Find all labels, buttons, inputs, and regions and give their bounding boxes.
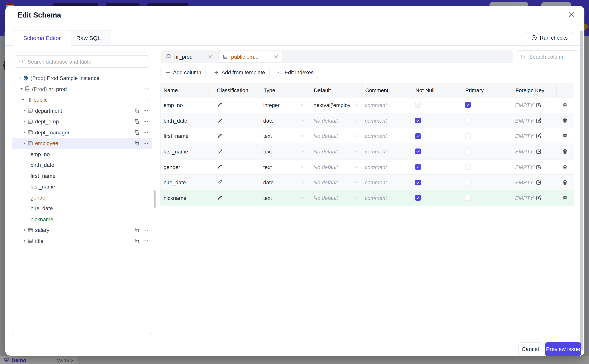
type-select[interactable]: text (259, 190, 309, 205)
caret-right-icon[interactable] (21, 239, 27, 243)
not-null-checkbox[interactable] (415, 118, 421, 123)
pencil-icon[interactable] (217, 195, 223, 201)
tree-item-Prod Sample Instance[interactable]: (Prod)Prod Sample Instance (12, 73, 152, 84)
edit-square-icon[interactable] (535, 164, 542, 170)
type-select[interactable]: text (259, 129, 309, 143)
copy-icon[interactable] (134, 130, 140, 135)
trash-icon[interactable] (562, 102, 568, 108)
default-select[interactable]: No default (309, 144, 362, 159)
tree-item-hire_date[interactable]: hire_date (12, 203, 152, 214)
not-null-checkbox[interactable] (415, 195, 421, 201)
tree-item-hr_prod[interactable]: (Prod)hr_prod (12, 84, 152, 94)
edit-square-icon[interactable] (535, 180, 542, 186)
tree-item-dept_emp[interactable]: dept_emp (12, 116, 152, 127)
not-null-checkbox[interactable] (415, 133, 421, 139)
more-icon[interactable] (143, 238, 149, 244)
comment-input[interactable]: comment (362, 129, 412, 143)
trash-icon[interactable] (562, 164, 568, 170)
comment-input[interactable]: comment (362, 160, 412, 175)
modal-scrollbar-thumb[interactable] (580, 31, 583, 350)
tree-item-nickname[interactable]: nickname (12, 214, 152, 225)
comment-input[interactable]: comment (362, 98, 412, 112)
trash-icon[interactable] (562, 195, 568, 201)
close-icon[interactable] (568, 11, 575, 19)
copy-icon[interactable] (134, 108, 140, 113)
not-null-checkbox[interactable] (415, 180, 421, 185)
caret-right-icon[interactable] (21, 109, 27, 113)
caret-down-icon[interactable] (17, 76, 23, 80)
more-icon[interactable] (143, 130, 149, 135)
more-icon[interactable] (143, 108, 149, 114)
pencil-icon[interactable] (217, 117, 223, 124)
column-name-cell[interactable]: nickname (161, 190, 208, 205)
tree-item-employee[interactable]: employee (12, 138, 152, 149)
pencil-icon[interactable] (217, 164, 223, 170)
tree-item-department[interactable]: department (12, 105, 152, 116)
caret-down-icon[interactable] (18, 87, 24, 91)
pencil-icon[interactable] (217, 149, 223, 155)
tree-item-title[interactable]: title (12, 235, 152, 246)
primary-checkbox[interactable] (465, 102, 471, 108)
tree-item-public[interactable]: public (12, 94, 152, 105)
tree-item-birth_date[interactable]: birth_date (12, 160, 152, 170)
more-icon[interactable] (143, 227, 149, 233)
close-tab-icon[interactable] (208, 54, 213, 59)
edit-square-icon[interactable] (535, 102, 542, 108)
default-select[interactable]: No default (309, 175, 362, 190)
primary-checkbox[interactable] (465, 180, 471, 185)
default-select[interactable]: No default (309, 190, 362, 205)
pencil-icon[interactable] (217, 133, 223, 139)
editor-tab-public.em...[interactable]: public.em... (219, 51, 282, 62)
caret-right-icon[interactable] (21, 120, 27, 124)
caret-right-icon[interactable] (21, 130, 27, 135)
more-icon[interactable] (143, 86, 149, 92)
column-name-cell[interactable]: last_name (161, 144, 208, 159)
add-from-template-button[interactable]: Add from template (209, 67, 270, 78)
type-select[interactable]: date (259, 175, 309, 190)
pencil-icon[interactable] (217, 180, 223, 186)
caret-down-icon[interactable] (21, 141, 27, 145)
more-icon[interactable] (143, 119, 149, 124)
edit-square-icon[interactable] (535, 149, 542, 155)
column-name-cell[interactable]: gender (161, 160, 208, 175)
edit-square-icon[interactable] (535, 195, 542, 201)
tree-item-first_name[interactable]: first_name (12, 170, 152, 181)
default-select[interactable]: No default (309, 113, 362, 128)
comment-input[interactable]: comment (362, 175, 412, 190)
caret-down-icon[interactable] (20, 98, 26, 102)
type-select[interactable]: date (259, 113, 309, 128)
type-select[interactable]: text (259, 160, 309, 175)
primary-checkbox[interactable] (465, 133, 471, 139)
trash-icon[interactable] (562, 180, 568, 186)
close-tab-icon[interactable] (274, 54, 279, 59)
caret-right-icon[interactable] (21, 228, 27, 232)
column-name-cell[interactable]: hire_date (161, 175, 208, 190)
tab-raw-sql[interactable]: Raw SQL (66, 30, 111, 46)
default-select[interactable]: No default (309, 160, 362, 175)
trash-icon[interactable] (562, 149, 568, 155)
primary-checkbox[interactable] (465, 118, 471, 123)
tab-schema-editor[interactable]: Schema Editor (13, 30, 72, 46)
copy-icon[interactable] (134, 228, 140, 233)
tree-item-last_name[interactable]: last_name (12, 181, 152, 192)
default-select[interactable]: nextval('employ (309, 98, 362, 112)
edit-indexes-button[interactable]: Edit indexes (273, 67, 318, 78)
trash-icon[interactable] (562, 133, 568, 139)
copy-icon[interactable] (134, 238, 140, 244)
copy-icon[interactable] (134, 119, 140, 124)
not-null-checkbox[interactable] (415, 164, 421, 170)
panel-resize-handle[interactable] (154, 190, 155, 208)
copy-icon[interactable] (134, 141, 140, 146)
column-search-input[interactable] (528, 53, 575, 60)
comment-input[interactable]: comment (362, 144, 412, 159)
tree-item-salary[interactable]: salary (12, 225, 152, 235)
column-name-cell[interactable]: first_name (161, 129, 208, 143)
tree-item-emp_no[interactable]: emp_no (12, 149, 152, 160)
comment-input[interactable]: comment (362, 113, 412, 128)
more-icon[interactable] (143, 141, 149, 146)
default-select[interactable]: No default (309, 129, 362, 143)
cancel-button[interactable]: Cancel (518, 342, 542, 356)
editor-tab-hr_prod[interactable]: hr_prod (162, 51, 217, 62)
trash-icon[interactable] (562, 117, 568, 124)
edit-square-icon[interactable] (535, 117, 542, 124)
